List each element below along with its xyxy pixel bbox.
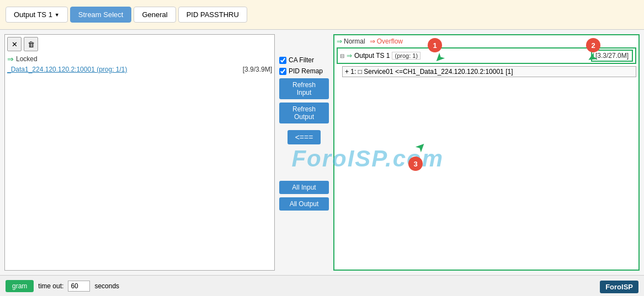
bottom-gram-button[interactable]: gram [6, 280, 34, 292]
service-row: + 1: □ Service01 <=CH1_Data1_224.120.120… [342, 66, 636, 77]
stream-link[interactable]: _Data1_224.120.120.2:10001 (prog: 1/1) [7, 66, 127, 73]
right-panel: ⇒ Normal ⇒ Overflow ⊟ ⇒ Output TS 1 (pro… [333, 34, 640, 271]
foroisp-badge: ForoISP [600, 281, 638, 293]
service-label: + 1: □ Service01 <=CH1_Data1_224.120.120… [345, 68, 513, 76]
locked-row: ⇒ Locked [7, 53, 272, 64]
tab-pid-passthru-label: PID PASSTHRU [187, 10, 239, 19]
locked-arrow-icon: ⇒ [7, 55, 14, 63]
normal-text: Normal [344, 37, 365, 45]
tab-general[interactable]: General [134, 7, 175, 23]
main-content: ✕ 🗑 ⇒ Locked _Data1_224.120.120.2:10001 … [0, 30, 644, 275]
output-arrow-icon: ⇒ [347, 52, 352, 60]
pid-remap-checkbox[interactable] [279, 68, 286, 75]
output-expand-icon[interactable]: ⊟ [340, 53, 344, 59]
arrow-button[interactable]: <=== [288, 130, 321, 144]
timeout-label: time out: [38, 282, 63, 290]
left-toolbar: ✕ 🗑 [7, 37, 272, 51]
output-ts-label: Output TS 1 [354, 52, 390, 60]
normal-label: ⇒ Normal [337, 37, 365, 45]
output-size: [3.3/27.0M] [591, 50, 633, 62]
all-input-button[interactable]: All Input [279, 181, 329, 194]
close-button[interactable]: ✕ [7, 37, 22, 51]
ca-filter-label: CA Filter [289, 56, 314, 64]
tab-output-ts1-label: Output TS 1 [14, 10, 52, 19]
tab-output-ts1[interactable]: Output TS 1 [6, 7, 68, 23]
tab-stream-select-label: Stream Select [78, 10, 124, 19]
overflow-label: ⇒ Overflow [370, 37, 403, 45]
tab-bar: Output TS 1 Stream Select General PID PA… [0, 0, 644, 30]
ca-filter-row: CA Filter [279, 56, 329, 64]
output-row: ⊟ ⇒ Output TS 1 (prog: 1) [3.3/27.0M] [337, 47, 636, 64]
ca-filter-checkbox[interactable] [279, 57, 286, 64]
output-row-left: ⊟ ⇒ Output TS 1 (prog: 1) [340, 52, 421, 60]
right-header: ⇒ Normal ⇒ Overflow [337, 37, 636, 45]
tab-stream-select[interactable]: Stream Select [70, 7, 132, 23]
prog-badge: (prog: 1) [392, 52, 421, 60]
normal-arrow-icon: ⇒ [337, 37, 342, 45]
stream-row: _Data1_224.120.120.2:10001 (prog: 1/1) [… [7, 64, 272, 74]
locked-label: Locked [16, 55, 38, 63]
bottom-bar: gram time out: seconds ForoISP [0, 275, 644, 296]
overflow-text: Overflow [377, 37, 403, 45]
trash-button[interactable]: 🗑 [24, 37, 38, 51]
tab-general-label: General [142, 10, 167, 19]
pid-remap-label: PID Remap [289, 67, 323, 75]
stream-size: [3.9/3.9M] [243, 66, 272, 73]
all-output-button[interactable]: All Output [279, 197, 329, 211]
overflow-arrow-icon: ⇒ [370, 37, 375, 45]
seconds-label: seconds [94, 282, 119, 290]
left-panel: ✕ 🗑 ⇒ Locked _Data1_224.120.120.2:10001 … [4, 34, 275, 271]
refresh-input-button[interactable]: Refresh Input [279, 78, 329, 99]
middle-panel: CA Filter PID Remap Refresh Input Refres… [279, 34, 329, 271]
tab-pid-passthru[interactable]: PID PASSTHRU [178, 7, 247, 23]
refresh-output-button[interactable]: Refresh Output [279, 103, 329, 123]
pid-remap-row: PID Remap [279, 67, 329, 75]
timeout-input[interactable] [68, 281, 90, 292]
